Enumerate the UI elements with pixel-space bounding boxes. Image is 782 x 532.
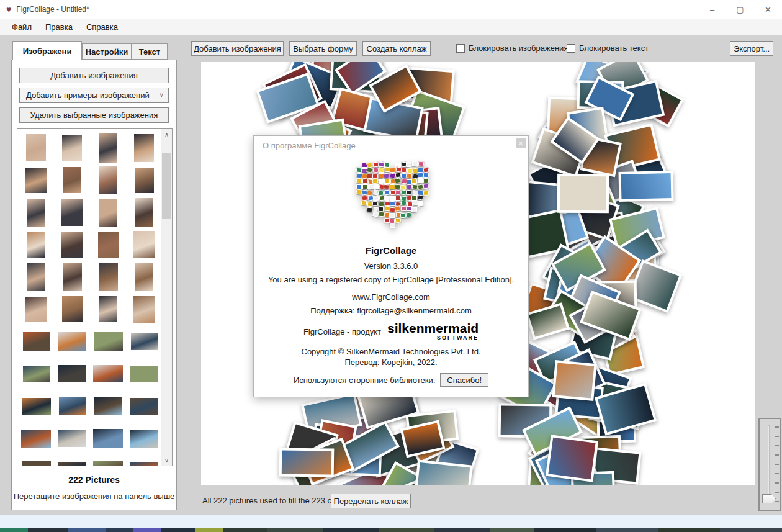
thumbnail-image[interactable] [58, 462, 86, 467]
thumbnail-image[interactable] [94, 397, 122, 415]
thumbnail-image[interactable] [130, 398, 158, 415]
menu-item-1[interactable]: Правка [38, 20, 79, 34]
thumbnail-image[interactable] [99, 133, 117, 163]
thumbnail-image[interactable] [22, 398, 51, 415]
dialog-close-icon[interactable]: ✕ [516, 138, 526, 148]
thumbnail-image[interactable] [131, 333, 158, 350]
tab-text[interactable]: Текст [132, 43, 168, 60]
thumbnail-image[interactable] [22, 461, 51, 466]
chevron-down-icon: ˅ [160, 92, 163, 99]
toolbar-add-images-button[interactable]: Добавить изображения [191, 41, 284, 56]
silkenmermaid-logo: silkenmermaid SOFTWARE [387, 322, 479, 341]
thumbnail-image[interactable] [135, 198, 153, 227]
heart-mosaic-tile [406, 190, 411, 195]
thumbnail-image[interactable] [27, 199, 45, 227]
thumbnail-image[interactable] [58, 430, 86, 447]
thumbnail-image[interactable] [61, 199, 83, 226]
thumbnail-image[interactable] [63, 167, 81, 193]
thumbnail-image[interactable] [130, 366, 158, 382]
collage-photo[interactable] [546, 435, 598, 482]
thumbnail-image[interactable] [63, 263, 82, 291]
about-dialog: О программе FigrCollage ✕ FigrCollage Ve… [253, 135, 529, 397]
thumbnail-image[interactable] [93, 365, 123, 382]
thumbnail-image[interactable] [62, 135, 82, 161]
thumbnail-image[interactable] [93, 429, 123, 448]
heart-mosaic-tile [356, 178, 362, 184]
thanks-button[interactable]: Спасибо! [440, 373, 488, 387]
tab-settings[interactable]: Настройки [82, 43, 132, 60]
canvas-zoom-slider[interactable] [758, 418, 781, 511]
heart-mosaic-tile [384, 189, 390, 195]
toolbar-choose-shape-button[interactable]: Выбрать форму [289, 41, 357, 56]
about-dialog-title: О программе FigrCollage [263, 141, 356, 150]
thumbnail-image[interactable] [99, 296, 117, 322]
window-controls: – ▢ ✕ [698, 0, 782, 19]
menu-item-0[interactable]: Файл [5, 20, 38, 34]
thumbnail-image[interactable] [135, 168, 154, 193]
close-button[interactable]: ✕ [754, 0, 782, 19]
collage-photo[interactable] [279, 448, 333, 477]
thumbnail-image[interactable] [25, 297, 47, 322]
collage-photo[interactable] [618, 171, 673, 202]
scroll-up-icon[interactable]: ∧ [161, 129, 172, 140]
maximize-button[interactable]: ▢ [726, 0, 754, 19]
thumbnail-image[interactable] [130, 430, 158, 448]
pictures-count: 222 Pictures [12, 475, 176, 485]
heart-mosaic-tile [401, 206, 407, 212]
thumbnail-image[interactable] [99, 199, 117, 227]
lock-images-checkbox[interactable] [456, 44, 465, 53]
thumbnail-image[interactable] [133, 231, 155, 258]
thumbnail-image[interactable] [25, 168, 47, 193]
thumbnail-image[interactable] [133, 296, 155, 323]
thumbnail-image[interactable] [58, 365, 86, 382]
add-images-button[interactable]: Добавить изображения [19, 68, 169, 83]
about-copyright: Copyright © SilkenMermaid Technologies P… [254, 347, 528, 356]
thumbnail-image[interactable] [23, 332, 50, 351]
collage-photo[interactable] [552, 360, 596, 401]
zoom-tick [775, 436, 779, 437]
thumbnail-image[interactable] [61, 232, 83, 258]
thumbnail-image[interactable] [130, 462, 158, 466]
zoom-tick [775, 473, 779, 474]
thumbnail-image[interactable] [27, 263, 45, 291]
collage-photo[interactable] [557, 174, 609, 213]
heart-mosaic-tile [405, 212, 411, 218]
thumbnail-image[interactable] [99, 166, 117, 194]
heart-mosaic-tile [418, 161, 424, 167]
about-website: www.FigrCollage.com [254, 292, 528, 302]
thumbnail-image[interactable] [62, 296, 83, 322]
heart-mosaic-tile [373, 162, 379, 167]
heart-mosaic-tile [372, 178, 379, 184]
thumbnail-grid[interactable]: ∧ ∨ [17, 128, 173, 466]
heart-mosaic-tile [411, 161, 418, 167]
thumbnail-image[interactable] [99, 263, 118, 291]
thumbnail-image[interactable] [94, 332, 123, 351]
thumbnail-image[interactable] [21, 430, 51, 448]
scrollbar-thumb[interactable] [162, 153, 171, 219]
thumbnail-image[interactable] [98, 232, 119, 258]
zoom-slider-handle[interactable] [762, 494, 776, 503]
tab-images[interactable]: Изображени [12, 41, 82, 60]
about-app-name: FigrCollage [254, 245, 528, 256]
thumbnail-image[interactable] [93, 461, 123, 466]
export-button[interactable]: Экспорт... [730, 41, 773, 56]
thumbnail-image[interactable] [134, 134, 154, 162]
lock-text-checkbox[interactable] [567, 44, 575, 53]
thumbnail-image[interactable] [26, 134, 46, 161]
sample-images-dropdown[interactable]: Добавить примеры изображений ˅ [19, 88, 169, 103]
thumbnail-scrollbar[interactable]: ∧ ∨ [161, 129, 172, 466]
menu-item-2[interactable]: Справка [79, 20, 125, 34]
heart-mosaic-tile [361, 201, 367, 206]
thumbnail-image[interactable] [27, 232, 45, 258]
thumbnail-image[interactable] [135, 263, 153, 291]
toolbar-create-collage-button[interactable]: Создать коллаж [362, 41, 431, 56]
delete-selected-button[interactable]: Удалить выбранные изображения [19, 107, 169, 123]
scroll-down-icon[interactable]: ∨ [161, 455, 172, 466]
thumbnail-image[interactable] [59, 397, 86, 415]
sample-images-dropdown-label: Добавить примеры изображений [26, 91, 150, 100]
about-logo-row: FigrCollage - продукт silkenmermaid SOFT… [254, 322, 528, 341]
thumbnail-image[interactable] [23, 366, 50, 382]
minimize-button[interactable]: – [698, 0, 726, 19]
thumbnail-image[interactable] [58, 332, 86, 351]
redo-collage-button[interactable]: Переделать коллаж [331, 494, 411, 508]
